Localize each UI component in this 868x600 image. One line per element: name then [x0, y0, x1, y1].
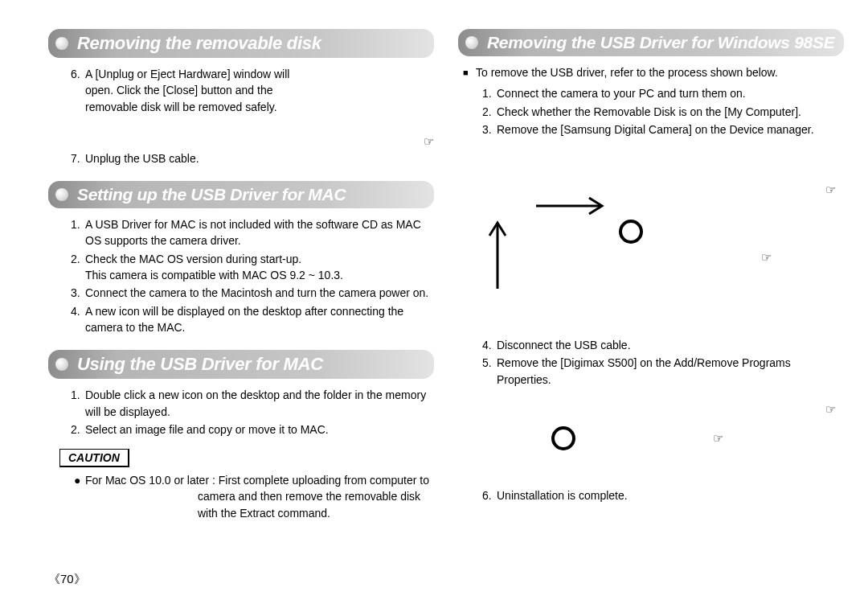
- list-item: 3. Connect the camera to the Macintosh a…: [71, 285, 431, 301]
- section-header-setup-mac: Setting up the USB Driver for MAC: [48, 181, 434, 208]
- section-header-removing-disk: Removing the removable disk: [48, 29, 434, 58]
- left-column: Removing the removable disk 6. A [Unplug…: [48, 29, 434, 521]
- item-text: Unplug the USB cable.: [85, 150, 199, 166]
- item-text: Connect the camera to the Macintosh and …: [85, 285, 428, 301]
- circle-marker-icon: [619, 220, 643, 244]
- arrow-up-icon: [485, 218, 510, 290]
- manual-page: Removing the removable disk 6. A [Unplug…: [0, 0, 868, 537]
- list-item: 1. A USB Driver for MAC is not included …: [71, 216, 431, 249]
- section-title: Removing the removable disk: [77, 33, 321, 53]
- page-number: 《70》: [48, 572, 86, 587]
- item-text: A new icon will be displayed on the desk…: [85, 303, 431, 336]
- header-dot-icon: [55, 358, 68, 371]
- section-body-setup-mac: 1. A USB Driver for MAC is not included …: [48, 216, 434, 335]
- list-item: 7. Unplug the USB cable.: [71, 150, 431, 166]
- item-number: 2.: [71, 421, 85, 438]
- section-title: Using the USB Driver for MAC: [77, 354, 323, 374]
- item-text: Remove the [Digimax S500] on the Add/Rem…: [497, 355, 844, 388]
- list-item: 2. Check the MAC OS version during start…: [71, 251, 431, 284]
- hand-pointer-icon: ☞: [825, 402, 836, 417]
- arrow-right-icon: [534, 194, 607, 218]
- hand-pointer-icon: ☞: [761, 250, 772, 265]
- circle-marker-icon: [551, 426, 575, 450]
- item-text: Remove the [Samsung Digital Camera] on t…: [497, 121, 814, 138]
- section-header-remove-98se: Removing the USB Driver for Windows 98SE: [458, 29, 844, 56]
- item-number: 4.: [71, 303, 85, 336]
- list-item: 1. Connect the camera to your PC and tur…: [482, 85, 844, 101]
- section-body-remove-98se-end: 6. Uninstallation is complete.: [458, 487, 844, 503]
- item-number: 3.: [482, 121, 497, 138]
- item-number: 4.: [482, 337, 497, 353]
- list-item: 6. A [Unplug or Eject Hardware] window w…: [71, 66, 296, 115]
- item-number: 7.: [71, 150, 85, 166]
- caution-text: For Mac OS 10.0 or later : First complet…: [85, 472, 429, 521]
- bullet-icon: ●: [74, 472, 85, 521]
- hand-pointer-icon: ☞: [713, 431, 723, 446]
- section-body-remove-98se-cont: 4. Disconnect the USB cable. 5. Remove t…: [458, 337, 844, 388]
- section-title: Removing the USB Driver for Windows 98SE: [487, 33, 834, 51]
- item-number: 3.: [71, 285, 85, 301]
- list-item: 2. Check whether the Removable Disk is o…: [482, 104, 844, 120]
- hand-pointer-icon: ☞: [825, 183, 836, 197]
- list-item: 2. Select an image file and copy or move…: [71, 421, 431, 438]
- list-item: 5. Remove the [Digimax S500] on the Add/…: [482, 355, 844, 388]
- section-body-remove-98se: 1. Connect the camera to your PC and tur…: [458, 85, 844, 138]
- list-item: 1. Double click a new icon on the deskto…: [71, 387, 431, 420]
- item-number: 5.: [482, 355, 497, 388]
- list-item: 4. A new icon will be displayed on the d…: [71, 303, 431, 336]
- item-number: 6.: [482, 487, 497, 503]
- lead-line: ■ To remove the USB driver, refer to the…: [458, 64, 844, 80]
- section-body-using-mac: 1. Double click a new icon on the deskto…: [48, 387, 434, 438]
- caution-label: CAUTION: [59, 449, 129, 467]
- header-dot-icon: [55, 37, 68, 50]
- section-body-removing-disk: 6. A [Unplug or Eject Hardware] window w…: [48, 66, 434, 166]
- item-text: A USB Driver for MAC is not included wit…: [85, 216, 431, 249]
- header-dot-icon: [55, 188, 68, 201]
- right-column: Removing the USB Driver for Windows 98SE…: [458, 29, 844, 521]
- section-header-using-mac: Using the USB Driver for MAC: [48, 350, 434, 379]
- item-text: Check whether the Removable Disk is on t…: [497, 104, 801, 120]
- lead-text: To remove the USB driver, refer to the p…: [476, 64, 778, 80]
- caution-body: ● For Mac OS 10.0 or later : First compl…: [59, 472, 432, 521]
- item-number: 1.: [71, 387, 85, 420]
- caution-box: CAUTION ● For Mac OS 10.0 or later : Fir…: [59, 449, 432, 521]
- item-text: Uninstallation is complete.: [497, 487, 628, 503]
- item-number: 1.: [71, 216, 85, 249]
- item-number: 1.: [482, 85, 497, 101]
- item-number: 2.: [482, 104, 497, 120]
- item-text: A [Unplug or Eject Hardware] window will…: [85, 66, 296, 115]
- diagram-add-remove: ☞ ☞: [482, 394, 844, 483]
- item-text: Connect the camera to your PC and turn t…: [497, 85, 746, 101]
- item-text: Disconnect the USB cable.: [497, 337, 631, 353]
- item-text: Double click a new icon on the desktop a…: [85, 387, 431, 420]
- diagram-remove-driver: ☞ ☞: [482, 146, 844, 331]
- square-bullet-icon: ■: [463, 64, 476, 80]
- item-text: Select an image file and copy or move it…: [85, 421, 329, 438]
- hand-pointer-icon: ☞: [424, 133, 434, 150]
- list-item: 6. Uninstallation is complete.: [482, 487, 844, 503]
- item-number: 6.: [71, 66, 85, 115]
- header-dot-icon: [465, 36, 478, 49]
- list-item: 4. Disconnect the USB cable.: [482, 337, 844, 353]
- item-text: Check the MAC OS version during start-up…: [85, 251, 343, 284]
- list-item: 3. Remove the [Samsung Digital Camera] o…: [482, 121, 844, 138]
- item-number: 2.: [71, 251, 85, 284]
- section-title: Setting up the USB Driver for MAC: [77, 185, 346, 203]
